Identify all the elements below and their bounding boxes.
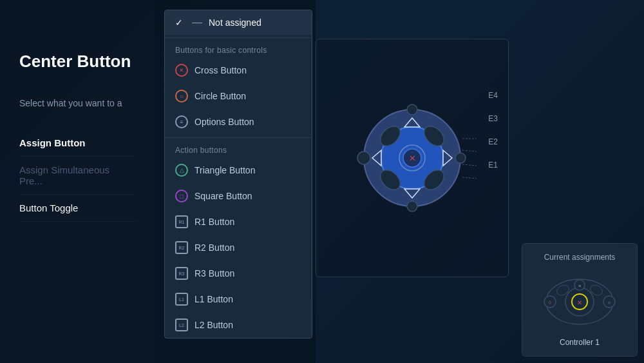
dropdown-item-circle[interactable]: ○ Circle Button [165, 83, 312, 109]
options-icon: ≡ [175, 115, 188, 128]
category-action: Action buttons [165, 141, 312, 157]
divider-1 [165, 37, 312, 38]
controller-diagram-area: E4 E3 E2 E1 ✕ [316, 39, 509, 277]
dropdown-item-triangle[interactable]: △ Triangle Button [165, 157, 312, 183]
divider-2 [165, 137, 312, 138]
dropdown-item-square[interactable]: □ Square Button [165, 183, 312, 209]
r1-label: R1 Button [194, 217, 234, 227]
mini-controller-svg: ✕ ≡ ○ ○ [535, 271, 625, 329]
dropdown-item-r2[interactable]: R2 R2 Button [165, 235, 312, 260]
e3-label: E3 [488, 114, 498, 123]
svg-text:✕: ✕ [577, 299, 582, 306]
svg-text:≡: ≡ [578, 284, 581, 288]
left-panel: Center Button Select what you want to a … [0, 0, 155, 363]
assignments-title: Current assignments [531, 253, 628, 262]
check-icon: ✓ [175, 17, 185, 28]
e1-label: E1 [488, 161, 498, 170]
l1-icon: L1 [175, 293, 188, 306]
cross-label: Cross Button [194, 65, 247, 75]
dropdown-item-l2[interactable]: L2 L2 Button [165, 312, 312, 338]
square-label: Square Button [194, 191, 252, 201]
category-basic: Buttons for basic controls [165, 41, 312, 57]
svg-point-10 [357, 152, 370, 164]
controller-label: Controller 1 [531, 338, 628, 347]
e4-label: E4 [488, 91, 498, 100]
dropdown-item-r3[interactable]: R3 R3 Button [165, 260, 312, 286]
menu-item-button-toggle[interactable]: Button Toggle [19, 195, 135, 222]
r3-label: R3 Button [194, 268, 234, 279]
svg-text:○: ○ [608, 300, 611, 306]
subtitle: Select what you want to a [19, 97, 135, 110]
circle-icon: ○ [175, 90, 188, 103]
svg-text:○: ○ [548, 299, 551, 306]
dash-icon: — [192, 17, 202, 28]
svg-point-8 [455, 153, 466, 163]
menu-item-assign-simultaneous: Assign Simultaneous Pre... [19, 157, 135, 195]
cross-icon: ✕ [175, 64, 188, 77]
r1-icon: R1 [175, 215, 188, 228]
l2-label: L2 Button [194, 320, 233, 330]
dropdown-item-l1[interactable]: L1 L1 Button [165, 286, 312, 312]
not-assigned-label: Not assigned [209, 17, 261, 28]
r3-icon: R3 [175, 267, 188, 280]
dropdown-item-cross[interactable]: ✕ Cross Button [165, 57, 312, 83]
svg-point-9 [407, 201, 417, 211]
l2-icon: L2 [175, 319, 188, 331]
dropdown-menu[interactable]: ✓ — Not assigned Buttons for basic contr… [164, 10, 312, 338]
r2-label: R2 Button [194, 242, 234, 253]
svg-line-15 [462, 164, 477, 166]
e2-label: E2 [488, 137, 498, 146]
dropdown-item-not-assigned[interactable]: ✓ — Not assigned [165, 10, 312, 35]
triangle-icon: △ [175, 164, 188, 177]
l1-label: L1 Button [194, 294, 233, 304]
svg-line-14 [462, 150, 477, 152]
svg-text:✕: ✕ [409, 153, 416, 163]
circle-label: Circle Button [194, 91, 246, 101]
menu-item-assign-button[interactable]: Assign Button [19, 130, 135, 157]
controller-svg: ✕ [328, 74, 496, 242]
svg-point-7 [407, 104, 417, 115]
dropdown-item-options[interactable]: ≡ Options Button [165, 109, 312, 135]
r2-icon: R2 [175, 241, 188, 254]
triangle-label: Triangle Button [194, 165, 255, 175]
page-title: Center Button [19, 52, 135, 72]
assignments-panel: Current assignments ✕ ≡ ○ ○ Controller 1 [522, 243, 638, 357]
options-label: Options Button [194, 117, 254, 127]
square-icon: □ [175, 190, 188, 202]
dropdown-item-r1[interactable]: R1 R1 Button [165, 209, 312, 235]
svg-line-16 [462, 177, 477, 179]
